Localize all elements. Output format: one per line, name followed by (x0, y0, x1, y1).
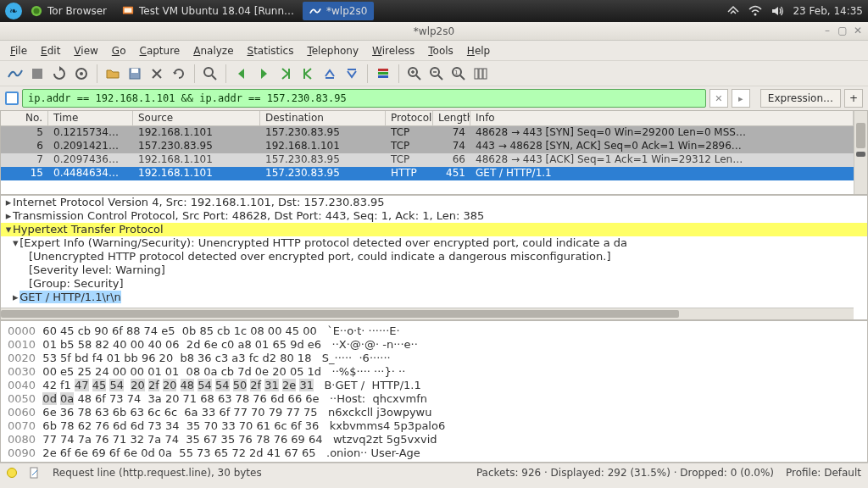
reload-button[interactable] (169, 64, 189, 84)
svg-line-11 (212, 75, 216, 80)
packet-details-pane[interactable]: ▸Internet Protocol Version 4, Src: 192.1… (0, 195, 868, 320)
go-to-packet-button[interactable] (275, 64, 296, 84)
go-back-button[interactable] (231, 64, 252, 84)
menu-statistics[interactable]: Statistics (241, 42, 301, 59)
window-title: *wlp2s0 (414, 25, 454, 37)
svg-point-1 (34, 8, 40, 14)
close-file-button[interactable] (147, 64, 167, 84)
zoom-in-button[interactable] (404, 64, 425, 84)
hex-line[interactable]: 0000 60 45 cb 90 6f 88 74 e5 0b 85 cb 1c… (8, 324, 860, 338)
menu-view[interactable]: View (67, 42, 104, 59)
status-bar: Request line (http.request.line), 30 byt… (0, 463, 868, 481)
hex-line[interactable]: 0090 2e 6f 6e 69 6f 6e 0d 0a 55 73 65 72… (8, 446, 860, 460)
close-button[interactable]: ✕ (851, 25, 865, 36)
packet-row[interactable]: 50.1215734…192.168.1.101157.230.83.95TCP… (1, 126, 854, 140)
hex-line[interactable]: 0040 42 f1 47 45 54 20 2f 20 48 54 54 50… (8, 379, 860, 392)
zoom-out-button[interactable] (426, 64, 447, 84)
capture-file-icon[interactable] (29, 467, 41, 479)
go-first-button[interactable] (298, 64, 318, 84)
menu-analyze[interactable]: Analyze (186, 42, 240, 59)
svg-rect-32 (31, 468, 37, 478)
packet-list-header[interactable]: No.TimeSourceDestinationProtocolLengthIn… (1, 111, 854, 126)
network-icon[interactable] (726, 5, 740, 17)
window-titlebar: *wlp2s0 – ▢ ✕ (0, 22, 868, 41)
packet-list-pane[interactable]: No.TimeSourceDestinationProtocolLengthIn… (0, 110, 868, 195)
maximize-button[interactable]: ▢ (836, 25, 849, 36)
hex-line[interactable]: 0010 01 b5 58 82 40 00 40 06 2d 6e c0 a8… (8, 338, 860, 352)
wifi-icon[interactable] (748, 5, 762, 17)
capture-options-button[interactable] (71, 64, 92, 84)
menu-telephony[interactable]: Telephony (300, 42, 365, 59)
filter-bookmark-button[interactable] (5, 92, 19, 105)
hex-line[interactable]: 0050 0d 0a 48 6f 73 74 3a 20 71 68 63 78… (8, 392, 860, 406)
column-header-length[interactable]: Length (433, 111, 470, 125)
go-last-button[interactable] (320, 64, 340, 84)
menu-capture[interactable]: Capture (132, 42, 186, 59)
clock[interactable]: 23 Feb, 14:35 (793, 5, 863, 17)
menu-file[interactable]: File (3, 42, 34, 59)
detail-expert[interactable]: [Expert Info (Warning/Security): Unencry… (19, 236, 627, 249)
taskbar-vm-label: Test VM Ubuntu 18.04 [Runn… (139, 5, 294, 17)
column-header-protocol[interactable]: Protocol (386, 111, 433, 125)
taskbar-wireshark-label: *wlp2s0 (326, 5, 367, 17)
filter-expression-button[interactable]: Expression… (760, 89, 841, 108)
packet-row[interactable]: 150.4484634…192.168.1.101157.230.83.95HT… (1, 167, 854, 180)
svg-line-27 (460, 75, 465, 80)
go-forward-button[interactable] (253, 64, 274, 84)
restart-capture-button[interactable] (49, 64, 70, 84)
packet-bytes-pane[interactable]: 0000 60 45 cb 90 6f 88 74 e5 0b 85 cb 1c… (0, 320, 868, 463)
taskbar-wireshark[interactable]: *wlp2s0 (303, 2, 374, 20)
menu-tools[interactable]: Tools (421, 42, 460, 59)
detail-http[interactable]: Hypertext Transfer Protocol (13, 223, 164, 236)
packet-row[interactable]: 60.2091421…157.230.83.95192.168.1.101TCP… (1, 140, 854, 153)
taskbar-tor-label: Tor Browser (47, 5, 107, 17)
system-panel: ❧ Tor Browser Test VM Ubuntu 18.04 [Runn… (0, 0, 868, 22)
detail-request-line[interactable]: GET / HTTP/1.1\r\n (19, 291, 121, 303)
zoom-reset-button[interactable]: 1 (448, 64, 469, 84)
open-file-button[interactable] (103, 64, 123, 84)
taskbar-vm[interactable]: Test VM Ubuntu 18.04 [Runn… (115, 2, 301, 20)
hex-line[interactable]: 0070 6b 78 62 76 6d 6d 73 34 35 70 33 70… (8, 419, 860, 433)
taskbar-tor[interactable]: Tor Browser (24, 2, 114, 20)
column-header-no[interactable]: No. (1, 111, 48, 125)
filter-add-button[interactable]: + (844, 89, 863, 108)
detail-ip[interactable]: Internet Protocol Version 4, Src: 192.16… (13, 196, 385, 208)
menu-go[interactable]: Go (105, 42, 133, 59)
filter-apply-button[interactable]: ▸ (732, 89, 750, 108)
expert-info-indicator[interactable] (7, 468, 17, 478)
hex-line[interactable]: 0080 77 74 7a 76 71 32 7a 74 35 67 35 76… (8, 433, 860, 446)
hex-line[interactable]: 0020 53 5f bd f4 01 bb 96 20 b8 36 c3 a3… (8, 352, 860, 365)
filter-clear-button[interactable]: ✕ (709, 89, 728, 108)
svg-rect-29 (475, 69, 478, 79)
save-button[interactable] (125, 64, 145, 84)
colorize-button[interactable] (373, 64, 393, 84)
detail-group: [Group: Security] (29, 277, 124, 290)
hex-line[interactable]: 0060 6e 36 78 63 6b 63 6c 6c 6a 33 6f 77… (8, 406, 860, 419)
detail-tcp[interactable]: Transmission Control Protocol, Src Port:… (13, 209, 484, 222)
menu-help[interactable]: Help (460, 42, 497, 59)
menubar: FileEditViewGoCaptureAnalyzeStatisticsTe… (0, 41, 868, 61)
hex-line[interactable]: 0030 00 e5 25 24 00 00 01 01 08 0a cb 7d… (8, 365, 860, 379)
auto-scroll-button[interactable] (342, 64, 362, 84)
column-header-source[interactable]: Source (133, 111, 260, 125)
display-filter-input[interactable] (22, 89, 706, 108)
menu-wireless[interactable]: Wireless (365, 42, 421, 59)
packet-row[interactable]: 70.2097436…192.168.1.101157.230.83.95TCP… (1, 153, 854, 167)
minimize-button[interactable]: – (821, 25, 834, 36)
find-packet-button[interactable] (200, 64, 220, 84)
packet-list-scrollbar[interactable] (854, 111, 867, 194)
system-tray: 23 Feb, 14:35 (726, 5, 863, 17)
menu-edit[interactable]: Edit (34, 42, 67, 59)
volume-icon[interactable] (771, 5, 784, 17)
start-capture-button[interactable] (5, 64, 25, 84)
svg-rect-5 (32, 69, 42, 79)
svg-text:1: 1 (454, 69, 458, 76)
activities-icon[interactable]: ❧ (5, 3, 22, 19)
stop-capture-button[interactable] (27, 64, 47, 84)
resize-columns-button[interactable] (470, 64, 491, 84)
column-header-info[interactable]: Info (470, 111, 854, 125)
column-header-time[interactable]: Time (48, 111, 133, 125)
column-header-destination[interactable]: Destination (260, 111, 386, 125)
details-h-scrollbar[interactable] (1, 308, 854, 319)
status-profile[interactable]: Profile: Default (786, 467, 861, 479)
